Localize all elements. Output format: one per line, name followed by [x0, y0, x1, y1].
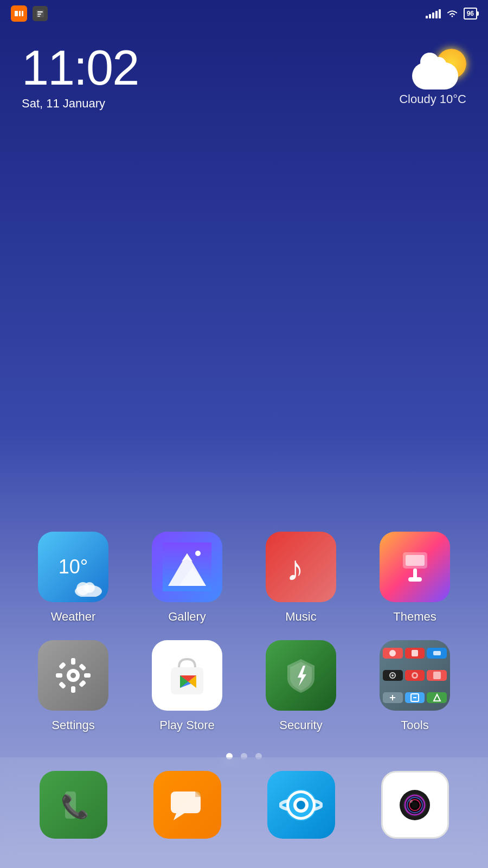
- dock-phone[interactable]: 📞: [35, 771, 111, 846]
- status-bar: 96: [0, 0, 488, 27]
- svg-rect-6: [37, 16, 40, 17]
- svg-point-66: [409, 800, 413, 803]
- weather-icon: [399, 49, 466, 90]
- cloud-sun-icon: [412, 49, 466, 90]
- svg-rect-24: [56, 673, 62, 678]
- settings-app-icon: [38, 640, 108, 711]
- themes-label-text: Themes: [393, 610, 436, 624]
- svg-marker-51: [174, 813, 184, 820]
- music-label-text: Music: [285, 610, 316, 624]
- dock-camera[interactable]: [377, 771, 453, 846]
- music-app-icon: ♪: [266, 532, 336, 602]
- svg-rect-17: [406, 555, 425, 566]
- clock-widget: 11:02 Sat, 11 January: [22, 43, 138, 111]
- svg-rect-26: [59, 662, 66, 669]
- app-row-2: Settings Play Store: [16, 640, 472, 732]
- svg-rect-19: [408, 577, 422, 582]
- svg-rect-37: [412, 650, 418, 656]
- svg-rect-1: [19, 11, 21, 16]
- dock-browser[interactable]: [263, 771, 339, 846]
- svg-rect-2: [22, 11, 23, 16]
- settings-label-text: Settings: [52, 718, 95, 732]
- battery-indicator: 96: [464, 8, 477, 20]
- svg-rect-43: [433, 672, 441, 679]
- svg-rect-0: [15, 11, 18, 16]
- dock: 📞: [0, 757, 488, 868]
- svg-marker-48: [434, 694, 440, 701]
- app-row-1: 10° Weather: [16, 532, 472, 624]
- app-playstore[interactable]: Play Store: [144, 640, 230, 732]
- svg-rect-4: [37, 11, 43, 12]
- svg-point-9: [84, 582, 95, 593]
- tools-app-icon: [380, 640, 450, 711]
- svg-point-21: [70, 673, 76, 678]
- svg-rect-29: [79, 680, 86, 687]
- app-security[interactable]: Security: [258, 640, 344, 732]
- date-display: Sat, 11 January: [22, 97, 138, 111]
- svg-rect-27: [79, 663, 86, 671]
- status-right-icons: 96: [426, 8, 477, 20]
- svg-rect-53: [195, 792, 201, 797]
- playstore-label-text: Play Store: [159, 718, 215, 732]
- svg-rect-38: [433, 651, 441, 655]
- themes-app-icon: [380, 532, 450, 602]
- weather-label-text: Weather: [51, 610, 96, 624]
- svg-rect-22: [71, 658, 75, 665]
- dock-messages[interactable]: [149, 771, 225, 846]
- svg-rect-25: [84, 673, 91, 678]
- messages-app-icon: [153, 771, 221, 839]
- app-settings[interactable]: Settings: [30, 640, 117, 732]
- svg-text:♪: ♪: [286, 548, 304, 588]
- svg-point-42: [413, 674, 416, 677]
- mi-logo-icon: [11, 5, 27, 22]
- svg-rect-23: [71, 686, 75, 693]
- playstore-app-icon: [152, 640, 222, 711]
- svg-rect-28: [59, 681, 66, 689]
- notes-icon: [33, 6, 48, 21]
- time-display: 11:02: [22, 43, 138, 92]
- gallery-app-icon: [152, 532, 222, 602]
- app-tools[interactable]: Tools: [371, 640, 458, 732]
- svg-text:📞: 📞: [61, 793, 89, 820]
- svg-rect-5: [37, 14, 41, 15]
- clock-area: 11:02 Sat, 11 January Cloudy 10°C: [0, 27, 488, 122]
- weather-widget[interactable]: Cloudy 10°C: [399, 43, 466, 106]
- browser-app-icon: [267, 771, 335, 839]
- app-themes[interactable]: Themes: [371, 532, 458, 624]
- app-music[interactable]: ♪ Music: [258, 532, 344, 624]
- svg-point-36: [389, 650, 396, 656]
- weather-app-icon: 10°: [38, 532, 108, 602]
- gallery-label-text: Gallery: [168, 610, 206, 624]
- security-label-text: Security: [279, 718, 322, 732]
- app-weather[interactable]: 10° Weather: [30, 532, 117, 624]
- tools-label-text: Tools: [401, 718, 428, 732]
- wifi-icon: [446, 9, 458, 18]
- status-left-icons: [11, 5, 48, 22]
- svg-point-65: [412, 802, 418, 808]
- signal-icon: [426, 9, 441, 18]
- weather-label: Cloudy 10°C: [399, 92, 466, 106]
- svg-point-40: [391, 674, 394, 676]
- svg-point-11: [195, 551, 201, 556]
- phone-app-icon: 📞: [40, 771, 107, 839]
- security-app-icon: [266, 640, 336, 711]
- svg-point-59: [297, 801, 305, 809]
- camera-app-icon: [381, 771, 449, 839]
- app-gallery[interactable]: Gallery: [144, 532, 230, 624]
- app-grid: 10° Weather: [0, 532, 488, 749]
